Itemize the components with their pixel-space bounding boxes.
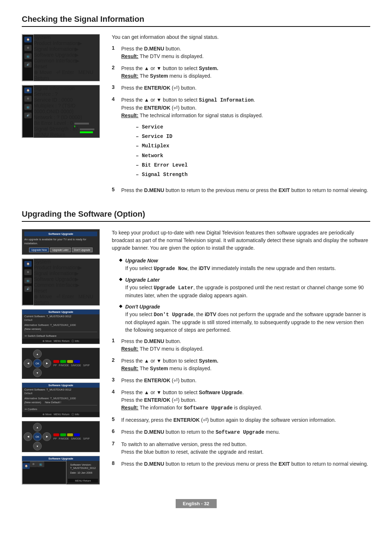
remote-ok-btn[interactable]: OK bbox=[33, 359, 42, 368]
dont-upgrade-btn[interactable]: Don't Upgrade bbox=[72, 248, 93, 252]
remote-up-btn[interactable]: ▲ bbox=[33, 350, 42, 358]
system-menu-footer: ⊕ Move ⏎ Enter MENU Return bbox=[34, 69, 99, 81]
system-menu-sw-title: System bbox=[34, 259, 99, 265]
step-content-3: Press the ENTER/OK (⏎) button. bbox=[121, 84, 370, 92]
sw-new-version-1: (New version) bbox=[22, 327, 99, 331]
signal-info-content: 🏠 ⚙ 📺 🔊 System Product Information▶ Sign… bbox=[22, 34, 370, 199]
u-step-content-6: Press the D.MENU button to return to the… bbox=[121, 428, 370, 436]
green-btn[interactable] bbox=[60, 360, 66, 363]
dont-upgrade-mono: Don't Upgrade bbox=[154, 312, 193, 318]
sw-menu-reset: Reset bbox=[34, 288, 99, 294]
red-btn[interactable] bbox=[53, 360, 59, 363]
signal-step-2: 2 Press the ▲ or ▼ button to select Syst… bbox=[112, 65, 370, 80]
idtv-label-1: iDTV bbox=[199, 265, 210, 271]
upgrade-bullet-content-1: Upgrade Now If you select Upgrade Now, t… bbox=[125, 257, 370, 273]
u-step-content-2: Press the ▲ or ▼ button to select System… bbox=[121, 357, 370, 372]
signal-info-screen-title: Signal Information bbox=[34, 85, 99, 91]
sw-new-version-2: (New version) New Default ! bbox=[22, 400, 99, 404]
tv-left-nav: 🏠 ⚙ 📺 🔊 bbox=[22, 34, 34, 81]
signal-nav-btn-2: ⚙ bbox=[24, 96, 32, 102]
version-main: Software Version: T_MUSTDUK0_0012 Date: … bbox=[66, 461, 99, 484]
remote-right-btn[interactable]: ▶ bbox=[42, 359, 51, 368]
signal-item-multiplex: – Multiplex bbox=[136, 141, 370, 151]
signal-info-title: Checking the Signal Information bbox=[22, 15, 370, 27]
sw-menu-footer: ⊕ Move ⏎ Enter MENU Return bbox=[34, 294, 99, 305]
sw-confirm-label: ⇒ Confirm bbox=[22, 407, 99, 411]
sw-left-nav: 🏠 ⚙ 📺 🔊 bbox=[22, 259, 34, 305]
sw-alt-row-1: Alternative Software: T_MUSTDUK0_1000 bbox=[22, 323, 99, 327]
sw-nav-btn-4: 🔊 bbox=[24, 286, 32, 292]
signal-multiplex: Multiplex : ? (TSID 0000,ONID 0000) bbox=[34, 103, 99, 114]
remote-right-btn-2[interactable]: ▶ bbox=[42, 432, 51, 441]
u-dmenu-1: D.MENU bbox=[144, 338, 164, 344]
menu-product-info: Product Information▶ bbox=[34, 40, 99, 46]
upgrade-step-6: 6 Press the D.MENU button to return to t… bbox=[112, 428, 370, 436]
remote-down-btn[interactable]: ▼ bbox=[33, 368, 42, 377]
idtv-label-2: iDTV bbox=[205, 311, 216, 317]
menu-common-interface: Common Interface▶ bbox=[34, 58, 99, 64]
sw-info-title-1: Software Upgrade bbox=[22, 310, 99, 314]
sw-menu-common: Common Interface▶ bbox=[34, 282, 99, 288]
u-step-num-7: 7 bbox=[112, 441, 118, 446]
upgrade-later-mono: Upgrade Later bbox=[154, 285, 193, 291]
step-content-2: Press the ▲ or ▼ button to select System… bbox=[121, 65, 370, 80]
u-enter-ok-4: ENTER/OK bbox=[144, 397, 170, 403]
dmenu-label-5: D.MENU bbox=[144, 187, 164, 193]
signal-item-network: – Network bbox=[136, 151, 370, 160]
remote-label-2: PP P/MODE S/MODE S/PIP bbox=[53, 437, 98, 440]
upgrade-now-mono: Upgrade Now bbox=[154, 266, 187, 271]
remote-label-1: PP P/MODE S/MODE S/PIP bbox=[53, 364, 98, 367]
upgrade-now-btn[interactable]: Upgrade Now bbox=[29, 248, 49, 252]
signal-info-screen: 🏠 ⚙ 📺 🔊 Signal Information Service : ? S… bbox=[22, 85, 100, 138]
sw-nav-btn-3: 📺 bbox=[24, 278, 32, 283]
blue-btn-2[interactable] bbox=[74, 433, 80, 436]
step-num-1: 1 bbox=[112, 45, 118, 51]
green-btn-2[interactable] bbox=[60, 433, 66, 436]
sw-current-row-1: Current Software: T_MUSTDUK0 0012 bbox=[22, 314, 99, 318]
step-content-5: Press the D.MENU button to return to the… bbox=[121, 187, 370, 194]
dont-upgrade-title: Don't Upgrade bbox=[125, 304, 160, 310]
system-menu-title: System bbox=[34, 34, 99, 40]
u-step-num-6: 6 bbox=[112, 428, 118, 434]
signal-nav-btn-3: 📺 bbox=[24, 104, 32, 110]
remote-left-btn[interactable]: ◀ bbox=[24, 359, 32, 368]
version-info-screen: Software Upgrade 🏠 ⚙ 📺 Software Version:… bbox=[22, 456, 100, 485]
remote-up-btn-2[interactable]: ▲ bbox=[33, 423, 42, 432]
software-upgrade-subtitle: (Option) bbox=[114, 209, 145, 219]
signal-info-list: – Service – Service ID – Multiplex – Net… bbox=[136, 122, 370, 179]
software-upgrade-content: Software Upgrade An upgrade is available… bbox=[22, 229, 370, 485]
yellow-btn-2[interactable] bbox=[67, 433, 73, 436]
u-sw-upgrade-6: Software Upgrade bbox=[216, 429, 264, 435]
yellow-btn[interactable] bbox=[67, 360, 73, 363]
dmenu-label-1: D.MENU bbox=[144, 46, 164, 52]
signal-bit-error: Bit Error Level : 0 bbox=[34, 120, 99, 126]
sw-alt-row-2: Alternative Software: T_MUSTDUK0_1000 bbox=[22, 396, 99, 400]
u-sw-upgrade-4: Software Upgrade bbox=[199, 389, 242, 395]
section-signal-info: Checking the Signal Information 🏠 ⚙ 📺 🔊 … bbox=[22, 15, 370, 199]
remote-color-btns-2: PP P/MODE S/MODE S/PIP bbox=[53, 433, 98, 440]
u-dmenu-6: D.MENU bbox=[144, 429, 164, 435]
upgrade-step-1: 1 Press the D.MENU button. Result: The D… bbox=[112, 338, 370, 353]
upgrade-banner-msg: An upgrade is available for your TV and … bbox=[24, 238, 97, 245]
remote-ok-btn-2[interactable]: OK bbox=[33, 432, 42, 441]
remote-down-btn-2[interactable]: ▼ bbox=[33, 442, 42, 450]
upgrade-step-4: 4 Press the ▲ or ▼ button to select Soft… bbox=[112, 389, 370, 412]
upgrade-step-7: 7 To switch to an alternative version, p… bbox=[112, 441, 370, 456]
upgrade-later-btn[interactable]: Upgrade Later bbox=[50, 248, 71, 252]
version-date-label: Date: 10 Jan 2006 bbox=[68, 470, 98, 475]
remote-left-btn-2[interactable]: ◀ bbox=[24, 432, 32, 441]
nav-btn-4: 🔊 bbox=[24, 62, 32, 68]
footer-separator: - bbox=[201, 501, 204, 506]
u-step-num-1: 1 bbox=[112, 338, 118, 343]
version-nav-btn-3: 📺 bbox=[37, 461, 44, 467]
sw-default-row-1: Default bbox=[22, 318, 99, 322]
system-menu-sw-main: System Product Information▶ Signal Infor… bbox=[34, 259, 99, 305]
u-result-label-4: Result: bbox=[121, 405, 138, 411]
blue-btn[interactable] bbox=[74, 360, 80, 363]
remote-buttons-row-1: ▲ ◀ OK ▶ ▼ bbox=[22, 348, 100, 379]
sw-info-screen-1: Software Upgrade Current Software: T_MUS… bbox=[22, 309, 100, 344]
page-container: Checking the Signal Information 🏠 ⚙ 📺 🔊 … bbox=[22, 15, 370, 508]
red-btn-2[interactable] bbox=[53, 433, 59, 436]
upgrade-step-8: 8 Press the D.MENU button to return to t… bbox=[112, 460, 370, 468]
footer-language-text: English bbox=[183, 501, 200, 506]
